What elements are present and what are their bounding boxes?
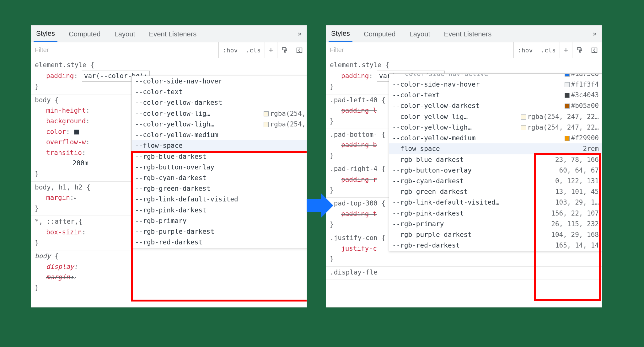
- autocomplete-item[interactable]: --rgb-pink-darkest156, 22, 107: [389, 208, 602, 219]
- add-rule-button[interactable]: +: [560, 42, 572, 58]
- autocomplete-item[interactable]: --color-text#3c4043: [132, 87, 307, 97]
- autocomplete-item[interactable]: --flow-space: [132, 140, 307, 151]
- autocomplete-item[interactable]: --rgb-blue-darkest: [132, 151, 307, 162]
- autocomplete-item[interactable]: --color-yellow-lig…rgba(254, 247, 22…: [389, 111, 602, 122]
- autocomplete-item[interactable]: --rgb-link-default-visited…103, 29, 1…: [389, 197, 602, 208]
- devtools-tabs: Styles Computed Layout Event Listeners »: [31, 25, 307, 42]
- autocomplete-item[interactable]: --color-yellow-ligh…rgba(254, 247, 22…: [389, 122, 602, 133]
- autocomplete-item[interactable]: color-side-nav-active #1a73e8: [389, 74, 602, 79]
- tab-event-listeners[interactable]: Event Listeners: [442, 26, 494, 41]
- tab-layout[interactable]: Layout: [112, 26, 137, 41]
- styles-content: element.style { padding: var(--color-bg)…: [31, 58, 307, 307]
- autocomplete-item[interactable]: --rgb-primary26, 115, 232: [389, 219, 602, 229]
- autocomplete-item[interactable]: --color-side-nav-hover#f1f3f4: [389, 79, 602, 90]
- css-var-autocomplete[interactable]: --color-side-nav-hover#f1f3f4--color-tex…: [131, 76, 307, 248]
- svg-rect-2: [297, 48, 302, 52]
- hov-button[interactable]: :hov: [513, 42, 536, 58]
- filter-input[interactable]: [31, 46, 218, 54]
- cls-button[interactable]: .cls: [537, 42, 560, 58]
- autocomplete-item[interactable]: --rgb-link-default-visited: [132, 194, 307, 205]
- styles-toolbar: :hov .cls +: [31, 42, 307, 58]
- autocomplete-item[interactable]: --flow-space2rem: [389, 143, 602, 154]
- tab-layout[interactable]: Layout: [407, 26, 432, 41]
- autocomplete-item[interactable]: --rgb-button-overlay: [132, 162, 307, 173]
- cls-button[interactable]: .cls: [242, 42, 265, 58]
- hov-button[interactable]: :hov: [218, 42, 241, 58]
- paint-icon[interactable]: [572, 42, 587, 58]
- autocomplete-item[interactable]: --rgb-green-darkest13, 101, 45: [389, 186, 602, 197]
- autocomplete-item[interactable]: --color-yellow-ligh…rgba(254, 247, 22…: [132, 119, 307, 130]
- toggle-pane-icon[interactable]: [292, 42, 307, 58]
- svg-rect-4: [579, 51, 580, 53]
- autocomplete-item[interactable]: --rgb-cyan-darkest: [132, 173, 307, 183]
- filter-input[interactable]: [326, 46, 513, 54]
- more-tabs-icon[interactable]: »: [298, 30, 304, 38]
- tab-computed[interactable]: Computed: [66, 26, 103, 41]
- autocomplete-item[interactable]: --rgb-green-darkest: [132, 183, 307, 194]
- styles-content: element.style { padding: var(--color-bg)…: [326, 58, 602, 307]
- devtools-tabs: Styles Computed Layout Event Listeners »: [326, 25, 602, 42]
- more-tabs-icon[interactable]: »: [593, 30, 599, 38]
- autocomplete-item[interactable]: --color-yellow-medium#f29900: [389, 133, 602, 143]
- styles-panel-after: Styles Computed Layout Event Listeners »…: [326, 25, 602, 307]
- autocomplete-item[interactable]: --color-yellow-medium#f29900: [132, 130, 307, 140]
- autocomplete-item[interactable]: --color-yellow-lig…rgba(254, 247, 22…: [132, 108, 307, 119]
- autocomplete-item[interactable]: --color-yellow-darkest#b05a00: [132, 97, 307, 108]
- tab-event-listeners[interactable]: Event Listeners: [147, 26, 199, 41]
- autocomplete-item[interactable]: --rgb-purple-darkest104, 29, 168: [389, 229, 602, 240]
- css-rule[interactable]: body {display:margin:▸}: [31, 250, 307, 295]
- autocomplete-item[interactable]: --rgb-blue-darkest23, 78, 166: [389, 154, 602, 165]
- css-var-autocomplete[interactable]: color-side-nav-active #1a73e8 --color-si…: [389, 73, 602, 251]
- styles-panel-before: Styles Computed Layout Event Listeners »…: [31, 25, 307, 307]
- autocomplete-item[interactable]: --color-side-nav-hover#f1f3f4: [132, 76, 307, 87]
- tab-styles[interactable]: Styles: [34, 26, 57, 42]
- styles-toolbar: :hov .cls +: [326, 42, 602, 58]
- autocomplete-item[interactable]: --rgb-red-darkest: [132, 237, 307, 248]
- tab-computed[interactable]: Computed: [361, 26, 398, 41]
- autocomplete-item[interactable]: --rgb-cyan-darkest0, 122, 131: [389, 176, 602, 186]
- autocomplete-item[interactable]: --rgb-button-overlay60, 64, 67: [389, 165, 602, 176]
- paint-icon[interactable]: [277, 42, 292, 58]
- svg-rect-1: [284, 51, 285, 53]
- svg-rect-5: [592, 48, 597, 52]
- add-rule-button[interactable]: +: [265, 42, 277, 58]
- tab-styles[interactable]: Styles: [329, 26, 352, 42]
- autocomplete-item[interactable]: --rgb-primary: [132, 216, 307, 226]
- svg-rect-0: [282, 47, 286, 50]
- autocomplete-item[interactable]: --rgb-pink-darkest: [132, 205, 307, 216]
- svg-rect-3: [577, 47, 581, 50]
- autocomplete-item[interactable]: --color-yellow-darkest#b05a00: [389, 100, 602, 111]
- css-rule[interactable]: .display-fle: [326, 267, 602, 280]
- autocomplete-item[interactable]: --color-text#3c4043: [389, 90, 602, 100]
- autocomplete-item[interactable]: --rgb-red-darkest165, 14, 14: [389, 240, 602, 251]
- toggle-pane-icon[interactable]: [587, 42, 602, 58]
- autocomplete-item[interactable]: --rgb-purple-darkest: [132, 226, 307, 237]
